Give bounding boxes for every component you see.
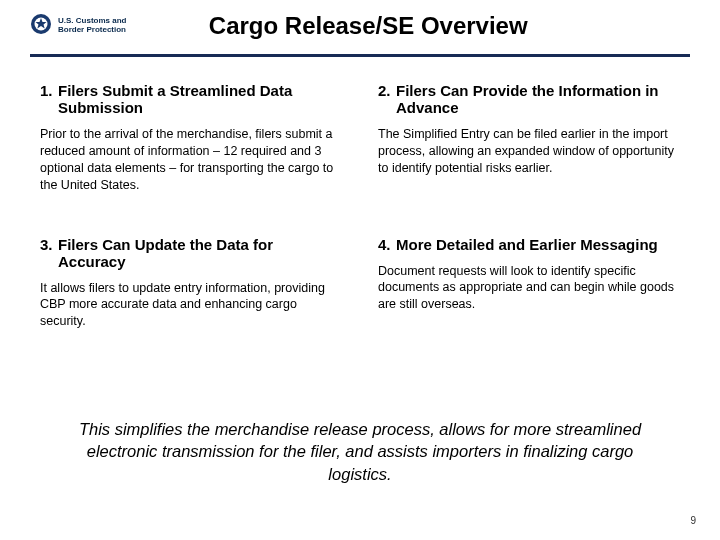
agency-line2: Border Protection: [58, 26, 126, 35]
item-number: 2.: [378, 82, 396, 99]
item-1: 1. Filers Submit a Streamlined Data Subm…: [40, 82, 342, 194]
header-rule: [30, 54, 690, 57]
page-title: Cargo Release/SE Overview: [126, 12, 690, 40]
cbp-seal-icon: [30, 13, 52, 39]
item-heading: 3. Filers Can Update the Data for Accura…: [40, 236, 342, 270]
item-body: Prior to the arrival of the merchandise,…: [40, 126, 342, 194]
slide: U.S. Customs and Border Protection Cargo…: [0, 0, 720, 540]
item-heading: 2. Filers Can Provide the Information in…: [378, 82, 680, 116]
header: U.S. Customs and Border Protection Cargo…: [30, 12, 690, 40]
item-body: The Simplified Entry can be filed earlie…: [378, 126, 680, 177]
agency-logo: U.S. Customs and Border Protection: [30, 13, 126, 39]
item-title: Filers Can Provide the Information in Ad…: [396, 82, 680, 116]
item-title: More Detailed and Earlier Messaging: [396, 236, 680, 253]
content-grid: 1. Filers Submit a Streamlined Data Subm…: [40, 82, 680, 330]
item-title: Filers Can Update the Data for Accuracy: [58, 236, 342, 270]
item-4: 4. More Detailed and Earlier Messaging D…: [378, 236, 680, 331]
item-body: It allows filers to update entry informa…: [40, 280, 342, 331]
item-number: 4.: [378, 236, 396, 253]
item-heading: 4. More Detailed and Earlier Messaging: [378, 236, 680, 253]
item-body: Document requests will look to identify …: [378, 263, 680, 314]
item-2: 2. Filers Can Provide the Information in…: [378, 82, 680, 194]
item-heading: 1. Filers Submit a Streamlined Data Subm…: [40, 82, 342, 116]
agency-name: U.S. Customs and Border Protection: [58, 17, 126, 35]
item-number: 1.: [40, 82, 58, 99]
item-title: Filers Submit a Streamlined Data Submiss…: [58, 82, 342, 116]
item-3: 3. Filers Can Update the Data for Accura…: [40, 236, 342, 331]
item-number: 3.: [40, 236, 58, 253]
page-number: 9: [690, 515, 696, 526]
summary-text: This simplifies the merchandise release …: [60, 418, 660, 485]
